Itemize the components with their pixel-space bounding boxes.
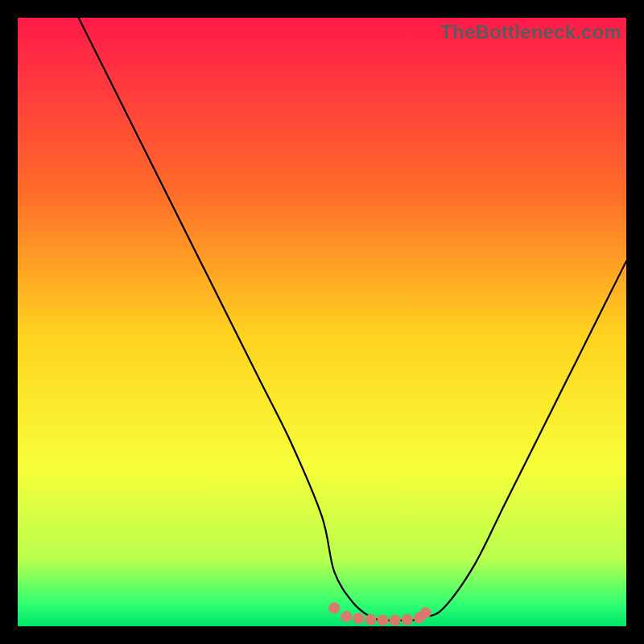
trough-marker-dot (378, 614, 389, 625)
plot-area: TheBottleneck.com (18, 18, 626, 626)
trough-marker-dot (341, 611, 352, 622)
trough-marker-dot (390, 614, 401, 625)
trough-marker-dot (365, 614, 376, 625)
trough-marker-dot (402, 614, 413, 625)
trough-marker-dot (420, 607, 431, 618)
chart-stage: TheBottleneck.com (0, 0, 644, 644)
curve-layer (18, 18, 626, 626)
trough-markers (328, 602, 431, 625)
trough-marker-dot (328, 602, 340, 613)
trough-marker-dot (353, 613, 364, 624)
watermark-text: TheBottleneck.com (440, 21, 621, 43)
bottleneck-curve (79, 18, 626, 621)
